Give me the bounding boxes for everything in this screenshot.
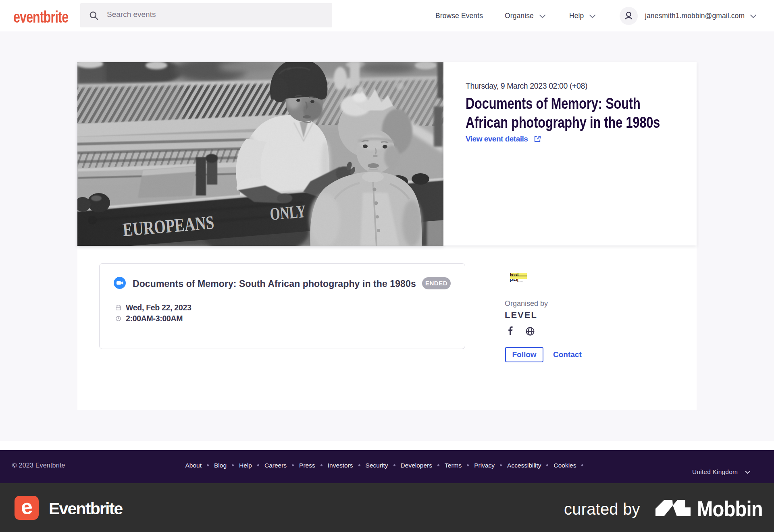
svg-text:level: level xyxy=(510,272,518,276)
svg-text:level creative: level creative xyxy=(517,281,523,282)
